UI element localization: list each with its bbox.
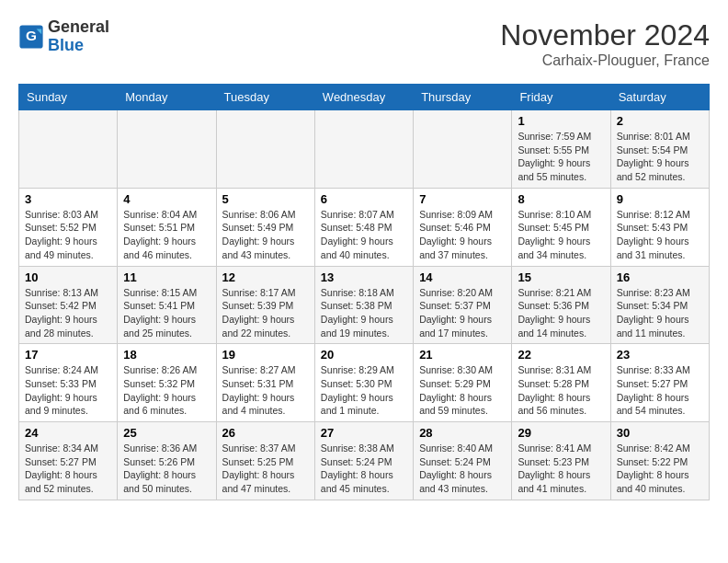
day-number: 20 [321,348,407,362]
day-info: Sunrise: 8:17 AM Sunset: 5:39 PM Dayligh… [222,286,309,340]
day-number: 7 [419,192,506,206]
day-info: Sunrise: 8:31 AM Sunset: 5:28 PM Dayligh… [518,363,604,418]
calendar-cell: 26Sunrise: 8:37 AM Sunset: 5:25 PM Dayli… [216,422,314,500]
day-info: Sunrise: 8:42 AM Sunset: 5:22 PM Dayligh… [617,442,703,496]
day-number: 11 [123,270,210,284]
day-info: Sunrise: 8:12 AM Sunset: 5:43 PM Dayligh… [617,208,703,262]
calendar-cell: 12Sunrise: 8:17 AM Sunset: 5:39 PM Dayli… [216,266,314,344]
day-number: 24 [25,426,111,440]
day-number: 26 [222,426,309,440]
day-info: Sunrise: 8:26 AM Sunset: 5:32 PM Dayligh… [123,363,210,418]
calendar-cell: 22Sunrise: 8:31 AM Sunset: 5:28 PM Dayli… [512,344,610,422]
day-number: 25 [123,426,210,440]
day-info: Sunrise: 8:34 AM Sunset: 5:27 PM Dayligh… [25,442,111,496]
calendar-cell: 1Sunrise: 7:59 AM Sunset: 5:55 PM Daylig… [512,110,610,189]
day-number: 28 [419,426,506,440]
day-number: 29 [518,426,604,440]
title-area: November 2024 Carhaix-Plouguer, France [500,18,710,69]
day-info: Sunrise: 8:40 AM Sunset: 5:24 PM Dayligh… [419,442,506,496]
day-number: 2 [617,114,703,128]
day-info: Sunrise: 8:33 AM Sunset: 5:27 PM Dayligh… [617,363,703,418]
day-info: Sunrise: 8:13 AM Sunset: 5:42 PM Dayligh… [25,286,111,340]
logo: G GeneralBlue [18,18,109,55]
day-header-wednesday: Wednesday [314,85,413,110]
day-header-saturday: Saturday [610,85,709,110]
day-number: 12 [222,270,309,284]
calendar-cell [19,110,118,189]
day-info: Sunrise: 8:15 AM Sunset: 5:41 PM Dayligh… [123,286,210,340]
day-number: 3 [25,192,111,206]
day-number: 16 [617,270,703,284]
day-info: Sunrise: 8:37 AM Sunset: 5:25 PM Dayligh… [222,442,309,496]
day-header-monday: Monday [118,85,216,110]
day-info: Sunrise: 8:09 AM Sunset: 5:46 PM Dayligh… [419,208,506,262]
calendar-cell: 10Sunrise: 8:13 AM Sunset: 5:42 PM Dayli… [19,266,118,344]
subtitle: Carhaix-Plouguer, France [500,52,710,69]
day-header-thursday: Thursday [414,85,512,110]
day-number: 1 [518,114,604,128]
month-title: November 2024 [500,18,710,52]
week-row-3: 17Sunrise: 8:24 AM Sunset: 5:33 PM Dayli… [19,344,710,422]
calendar-cell: 18Sunrise: 8:26 AM Sunset: 5:32 PM Dayli… [118,344,216,422]
day-number: 23 [617,348,703,362]
calendar-cell [314,110,413,189]
day-info: Sunrise: 8:29 AM Sunset: 5:30 PM Dayligh… [321,363,407,418]
svg-text:G: G [26,28,37,43]
day-info: Sunrise: 8:06 AM Sunset: 5:49 PM Dayligh… [222,208,309,262]
day-number: 10 [25,270,111,284]
calendar-cell: 20Sunrise: 8:29 AM Sunset: 5:30 PM Dayli… [314,344,413,422]
calendar-cell: 9Sunrise: 8:12 AM Sunset: 5:43 PM Daylig… [610,188,709,266]
logo-icon: G [18,24,44,50]
calendar-table: SundayMondayTuesdayWednesdayThursdayFrid… [18,84,710,500]
day-number: 21 [419,348,506,362]
day-number: 5 [222,192,309,206]
day-number: 13 [321,270,407,284]
week-row-0: 1Sunrise: 7:59 AM Sunset: 5:55 PM Daylig… [19,110,710,189]
week-row-4: 24Sunrise: 8:34 AM Sunset: 5:27 PM Dayli… [19,422,710,500]
calendar-cell: 8Sunrise: 8:10 AM Sunset: 5:45 PM Daylig… [512,188,610,266]
calendar-cell [414,110,512,189]
week-row-1: 3Sunrise: 8:03 AM Sunset: 5:52 PM Daylig… [19,188,710,266]
calendar-cell [118,110,216,189]
calendar-header-row: SundayMondayTuesdayWednesdayThursdayFrid… [19,85,710,110]
calendar-cell: 21Sunrise: 8:30 AM Sunset: 5:29 PM Dayli… [414,344,512,422]
day-number: 15 [518,270,604,284]
calendar-cell: 13Sunrise: 8:18 AM Sunset: 5:38 PM Dayli… [314,266,413,344]
calendar-cell: 17Sunrise: 8:24 AM Sunset: 5:33 PM Dayli… [19,344,118,422]
day-info: Sunrise: 8:24 AM Sunset: 5:33 PM Dayligh… [25,363,111,418]
day-info: Sunrise: 8:07 AM Sunset: 5:48 PM Dayligh… [321,208,407,262]
day-header-sunday: Sunday [19,85,118,110]
calendar-cell: 6Sunrise: 8:07 AM Sunset: 5:48 PM Daylig… [314,188,413,266]
calendar-cell [216,110,314,189]
day-info: Sunrise: 8:04 AM Sunset: 5:51 PM Dayligh… [123,208,210,262]
calendar-cell: 25Sunrise: 8:36 AM Sunset: 5:26 PM Dayli… [118,422,216,500]
calendar-cell: 27Sunrise: 8:38 AM Sunset: 5:24 PM Dayli… [314,422,413,500]
calendar-cell: 24Sunrise: 8:34 AM Sunset: 5:27 PM Dayli… [19,422,118,500]
day-number: 19 [222,348,309,362]
calendar-cell: 2Sunrise: 8:01 AM Sunset: 5:54 PM Daylig… [610,110,709,189]
day-info: Sunrise: 8:18 AM Sunset: 5:38 PM Dayligh… [321,286,407,340]
calendar-cell: 15Sunrise: 8:21 AM Sunset: 5:36 PM Dayli… [512,266,610,344]
day-info: Sunrise: 8:03 AM Sunset: 5:52 PM Dayligh… [25,208,111,262]
day-info: Sunrise: 8:23 AM Sunset: 5:34 PM Dayligh… [617,286,703,340]
calendar-cell: 3Sunrise: 8:03 AM Sunset: 5:52 PM Daylig… [19,188,118,266]
calendar-cell: 5Sunrise: 8:06 AM Sunset: 5:49 PM Daylig… [216,188,314,266]
day-number: 9 [617,192,703,206]
week-row-2: 10Sunrise: 8:13 AM Sunset: 5:42 PM Dayli… [19,266,710,344]
day-header-friday: Friday [512,85,610,110]
day-number: 14 [419,270,506,284]
calendar-cell: 7Sunrise: 8:09 AM Sunset: 5:46 PM Daylig… [414,188,512,266]
day-info: Sunrise: 8:30 AM Sunset: 5:29 PM Dayligh… [419,363,506,418]
calendar-cell: 28Sunrise: 8:40 AM Sunset: 5:24 PM Dayli… [414,422,512,500]
calendar-body: 1Sunrise: 7:59 AM Sunset: 5:55 PM Daylig… [19,110,710,500]
day-number: 22 [518,348,604,362]
logo-text: GeneralBlue [48,18,109,55]
day-number: 6 [321,192,407,206]
calendar-cell: 29Sunrise: 8:41 AM Sunset: 5:23 PM Dayli… [512,422,610,500]
calendar-cell: 4Sunrise: 8:04 AM Sunset: 5:51 PM Daylig… [118,188,216,266]
day-number: 18 [123,348,210,362]
day-number: 4 [123,192,210,206]
day-number: 17 [25,348,111,362]
calendar-cell: 23Sunrise: 8:33 AM Sunset: 5:27 PM Dayli… [610,344,709,422]
day-info: Sunrise: 8:27 AM Sunset: 5:31 PM Dayligh… [222,363,309,418]
